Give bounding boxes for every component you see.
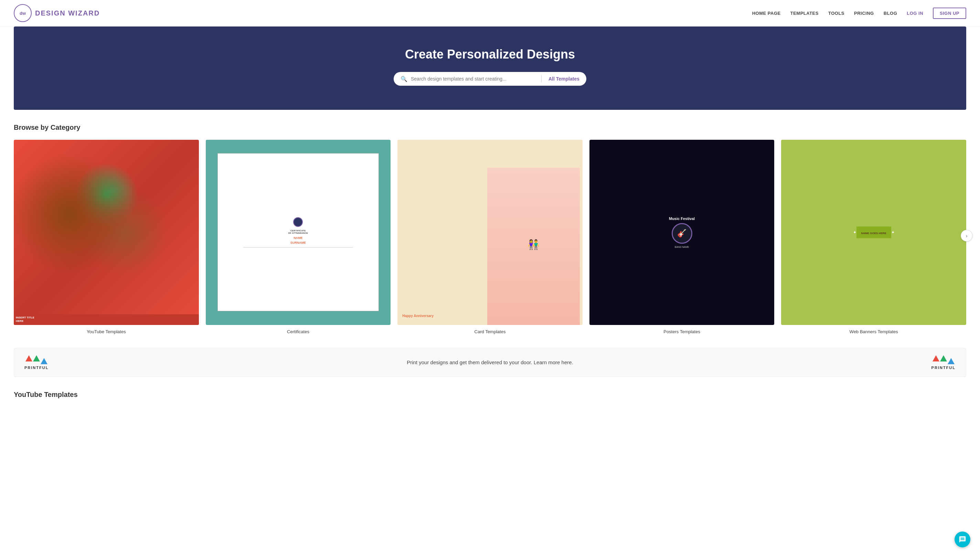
cert-inner: CERTIFICATE OF ATTENDANCE NAME SURNAME <box>218 153 379 311</box>
category-cards[interactable]: 👫 Happy Anniversary Card Templates <box>397 140 583 334</box>
certificates-label: Certificates <box>287 329 309 334</box>
banner-inner: ✦ NAME GOES HERE ✦ <box>856 226 891 238</box>
printful-triangles-right <box>933 355 954 364</box>
cert-surname: SURNAME <box>291 241 306 244</box>
youtube-label: YouTube Templates <box>87 329 126 334</box>
youtube-section: YouTube Templates <box>0 384 980 402</box>
cards-label: Card Templates <box>475 329 506 334</box>
card-text: Happy Anniversary <box>402 314 490 318</box>
nav-signup[interactable]: SIGN UP <box>933 8 966 19</box>
card-bg: 👫 Happy Anniversary <box>397 140 583 325</box>
food-image: INSERT TITLE HERE <box>14 140 199 325</box>
tri-red-right <box>933 355 939 362</box>
poster-thumb: Music Festival 🎸 BAND NAME <box>590 140 775 325</box>
cert-seal <box>293 217 303 227</box>
printful-logo-right: PRINTFUL <box>931 355 956 370</box>
banner-left-arrow: ✦ <box>853 230 856 235</box>
tri-blue-right <box>947 358 954 364</box>
hero-banner: Create Personalized Designs 🔍 All Templa… <box>14 26 966 110</box>
printful-text: Print your designs and get them delivere… <box>49 359 931 365</box>
tri-red-left <box>26 355 33 362</box>
youtube-thumb: INSERT TITLE HERE <box>14 140 199 325</box>
printful-banner[interactable]: PRINTFUL Print your designs and get them… <box>14 348 966 377</box>
nav-home[interactable]: HOME PAGE <box>752 11 781 16</box>
browse-section: Browse by Category INSERT TITLE HERE You… <box>0 110 980 341</box>
printful-name-left: PRINTFUL <box>24 366 49 370</box>
brand-name: DESIGN WIZARD <box>35 9 100 17</box>
cert-bg: CERTIFICATE OF ATTENDANCE NAME SURNAME <box>206 140 391 325</box>
category-posters[interactable]: Music Festival 🎸 BAND NAME Posters Templ… <box>590 140 775 334</box>
web-banners-label: Web Banners Templates <box>850 329 898 334</box>
printful-name-right: PRINTFUL <box>931 366 956 370</box>
tri-green-left <box>33 355 40 362</box>
tri-blue-left <box>41 358 47 364</box>
poster-band-name: BAND NAME <box>675 246 689 248</box>
banner-bg: ✦ NAME GOES HERE ✦ <box>781 140 966 325</box>
posters-label: Posters Templates <box>663 329 700 334</box>
nav-templates[interactable]: TEMPLATES <box>790 11 819 16</box>
browse-heading: Browse by Category <box>14 124 966 132</box>
nav-pricing[interactable]: PRICING <box>854 11 874 16</box>
cert-title: CERTIFICATE OF ATTENDANCE <box>288 230 308 235</box>
poster-circle: 🎸 <box>672 223 692 244</box>
youtube-section-heading: YouTube Templates <box>14 391 966 399</box>
nav-blog[interactable]: BLOG <box>884 11 897 16</box>
poster-title: Music Festival <box>669 217 695 221</box>
banner-thumb: ✦ NAME GOES HERE ✦ <box>781 140 966 325</box>
nav-tools[interactable]: TOOLS <box>828 11 844 16</box>
nav-login[interactable]: LOG IN <box>907 11 923 16</box>
category-certificates[interactable]: CERTIFICATE OF ATTENDANCE NAME SURNAME C… <box>206 140 391 334</box>
cert-line <box>243 247 353 248</box>
navbar: dw DESIGN WIZARD HOME PAGE TEMPLATES TOO… <box>0 0 980 26</box>
logo-icon: dw <box>14 4 32 22</box>
couple-illustration: 👫 <box>487 168 580 325</box>
hero-title: Create Personalized Designs <box>21 47 959 62</box>
banner-right-arrow: ✦ <box>891 230 895 235</box>
cert-name: NAME <box>294 236 303 239</box>
banner-text: NAME GOES HERE <box>861 232 886 235</box>
cert-thumb: CERTIFICATE OF ATTENDANCE NAME SURNAME <box>206 140 391 325</box>
guitar-icon: 🎸 <box>677 229 686 238</box>
nav-links: HOME PAGE TEMPLATES TOOLS PRICING BLOG L… <box>752 8 966 19</box>
search-input[interactable] <box>411 76 535 81</box>
next-arrow-button[interactable]: › <box>961 230 972 242</box>
card-thumb: 👫 Happy Anniversary <box>397 140 583 325</box>
category-web-banners[interactable]: ✦ NAME GOES HERE ✦ Web Banners Templates <box>781 140 966 334</box>
logo-area[interactable]: dw DESIGN WIZARD <box>14 4 100 22</box>
tri-green-right <box>940 355 947 362</box>
printful-logo-left: PRINTFUL <box>24 355 49 370</box>
search-icon: 🔍 <box>401 76 408 82</box>
card-text-area: Happy Anniversary <box>402 314 490 318</box>
yt-title-overlay: INSERT TITLE HERE <box>14 314 199 325</box>
categories-row: INSERT TITLE HERE YouTube Templates CERT… <box>14 140 966 334</box>
printful-triangles-left <box>26 355 47 364</box>
search-filter-label[interactable]: All Templates <box>548 76 579 81</box>
search-bar[interactable]: 🔍 All Templates <box>394 72 586 86</box>
poster-bg: Music Festival 🎸 BAND NAME <box>590 140 775 325</box>
couple-icon: 👫 <box>528 239 540 250</box>
category-youtube[interactable]: INSERT TITLE HERE YouTube Templates <box>14 140 199 334</box>
